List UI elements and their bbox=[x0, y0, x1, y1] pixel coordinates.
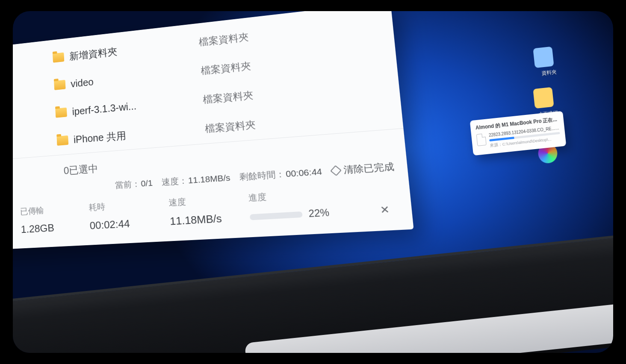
file-transfer-window: 23/09/01 0... 新增資料夾 檔案資料夾 024/05/13 1...… bbox=[13, 11, 414, 251]
val-speed: 11.18MB/s bbox=[169, 211, 250, 228]
file-date: 023/11/23 1... bbox=[13, 136, 57, 154]
hdr-size: 小 bbox=[13, 206, 21, 220]
folder-icon bbox=[56, 135, 68, 146]
hdr-transferred: 已傳輸 bbox=[20, 202, 89, 217]
hdr-progress: 進度 bbox=[248, 187, 328, 204]
val-transferred: 1.28GB bbox=[21, 220, 90, 236]
hdr-speed: 速度 bbox=[168, 192, 249, 208]
folder-icon bbox=[55, 108, 67, 118]
file-date: 021/09/11 0... bbox=[13, 108, 56, 126]
file-date: 23/09/01 0... bbox=[13, 53, 53, 73]
hdr-elapsed: 耗時 bbox=[89, 197, 169, 213]
cancel-transfer-button[interactable]: ✕ bbox=[372, 203, 397, 217]
file-name: iperf-3.1.3-wi... bbox=[72, 94, 203, 117]
erase-icon bbox=[330, 165, 342, 176]
val-size: 0GB bbox=[13, 223, 21, 238]
file-name: video bbox=[71, 65, 201, 89]
file-date: 024/05/13 1... bbox=[13, 81, 54, 100]
progress-bar bbox=[250, 211, 303, 220]
folder-icon bbox=[54, 80, 65, 90]
val-elapsed: 00:02:44 bbox=[89, 215, 170, 232]
progress-percent: 22% bbox=[308, 207, 330, 220]
photo-frame: 資料夾 桌面捷徑 Almond 的 M1 MacBook Pro 正在... 2… bbox=[13, 11, 613, 353]
folder-icon bbox=[53, 53, 64, 63]
file-name: iPhone 共用 bbox=[73, 122, 205, 146]
